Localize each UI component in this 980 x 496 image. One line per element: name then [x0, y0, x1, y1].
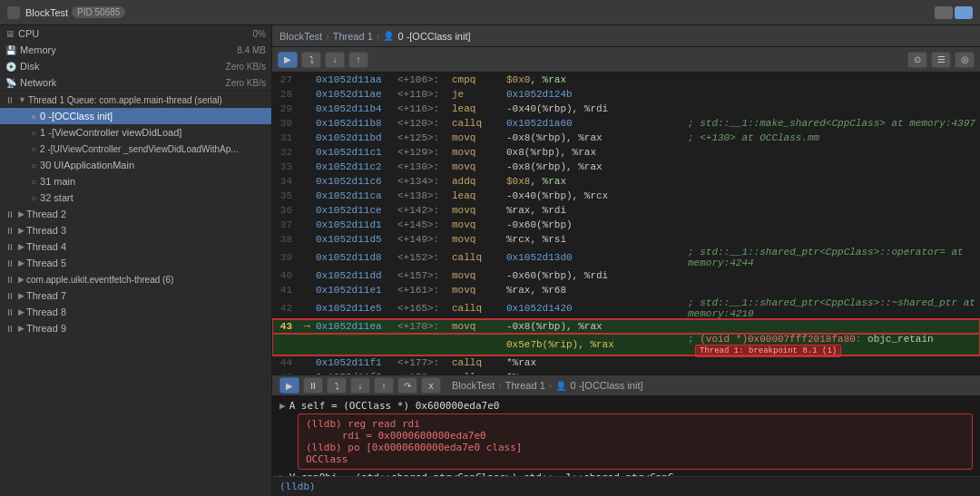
step-over-button[interactable]: ⤵ [301, 52, 321, 68]
disk-row[interactable]: 💿 Disk Zero KB/s [0, 58, 271, 74]
code-row-36[interactable]: 36 0x1052d11ce <+142>: movq %rax, %rdi [272, 203, 980, 218]
lldb-input[interactable] [319, 481, 973, 492]
thread-2-row[interactable]: ⏸ ▶ Thread 2 [0, 206, 271, 222]
main-layout: 🖥 CPU 0% 💾 Memory 8.4 MB 💿 Disk Zero KB/… [0, 25, 980, 496]
dbg-step-in-btn[interactable]: ↓ [350, 377, 370, 394]
frame-0-row[interactable]: ● 0 -[OCClass init] [0, 108, 271, 124]
code-row-43b[interactable]: 0x5e7b(%rip), %rax ; (void *)0x00007fff2… [272, 334, 980, 355]
code-row-41[interactable]: 41 0x1052d11e1 <+161>: movq %rax, %r68 [272, 283, 980, 297]
code-row-38[interactable]: 38 0x1052d11d5 <+149>: movq %rcx, %rsi [272, 232, 980, 247]
code-row-39[interactable]: 39 0x1052d11d8 <+152>: callq 0x1052d13d0… [272, 247, 980, 268]
lldb-row-self: ▶ A self = (OCClass *) 0x600000eda7e0 [279, 400, 973, 412]
thread-4-row[interactable]: ⏸ ▶ Thread 4 [0, 238, 271, 255]
memory-icon: 💾 [5, 45, 16, 55]
filter-button[interactable]: ☰ [931, 52, 951, 68]
thread-9-row[interactable]: ⏸ ▶ Thread 9 [0, 320, 271, 336]
network-row[interactable]: 📡 Network Zero KB/s [0, 74, 271, 91]
thread-8-row[interactable]: ⏸ ▶ Thread 8 [0, 304, 271, 320]
dbg-step-out-btn[interactable]: ↑ [374, 377, 394, 394]
toggle-btn-right[interactable] [955, 6, 973, 19]
code-row-42[interactable]: 42 0x1052d11e5 <+165>: callq 0x1052d1420… [272, 297, 980, 319]
code-row-34[interactable]: 34 0x1052d11c6 <+134>: addq $0x8, %rax [272, 174, 980, 189]
code-row-29[interactable]: 29 0x1052d11b4 <+116>: leaq -0x40(%rbp),… [272, 102, 980, 116]
step-into-button[interactable]: ↓ [325, 52, 345, 68]
disk-icon: 💿 [5, 62, 16, 72]
code-view[interactable]: 27 0x1052d11aa <+106>: cmpq $0x0, %rax 2… [272, 73, 980, 374]
app-title: BlockTest PID 50685 [25, 6, 125, 18]
thread-6-row[interactable]: ⏸ ▶ com.apple.uikit.eventfetch-thread (6… [0, 271, 271, 287]
breadcrumb-thread: Thread 1 [333, 31, 373, 42]
dbg-vars-btn[interactable]: x [421, 377, 441, 394]
top-bar: BlockTest PID 50685 [0, 0, 980, 25]
lldb-input-row[interactable]: (lldb) [272, 476, 980, 496]
code-row-37[interactable]: 37 0x1052d11d1 <+145>: movq -0x60(%rbp) [272, 218, 980, 232]
dbg-breadcrumb: BlockTest › Thread 1 › 👤 0 -[OCClass ini… [452, 380, 643, 391]
thread-list: ⏸ ▼ Thread 1 Queue: com.apple.main-threa… [0, 92, 271, 496]
thread-5-row[interactable]: ⏸ ▶ Thread 5 [0, 255, 271, 271]
step-out-button[interactable]: ↑ [348, 52, 368, 68]
frame-1-row[interactable]: ○ 1 -[ViewController viewDidLoad] [0, 124, 271, 141]
code-area: BlockTest › Thread 1 › 👤 0 -[OCClass ini… [272, 25, 980, 496]
dbg-bc-thread: Thread 1 [505, 380, 545, 391]
pid-badge: PID 50685 [72, 6, 125, 18]
pause2-icon: ⏸ [5, 209, 15, 219]
frame-31-row[interactable]: ○ 31 main [0, 173, 271, 190]
dbg-step-over-btn[interactable]: ⤵ [327, 377, 347, 394]
memory-row[interactable]: 💾 Memory 8.4 MB [0, 42, 271, 58]
cpu-icon: 🖥 [5, 29, 15, 39]
frame-2-row[interactable]: ○ 2 -[UIViewController _sendViewDidLoadW… [0, 141, 271, 157]
dbg-bc-app: BlockTest [452, 380, 495, 391]
lldb-input-prompt: (lldb) [279, 481, 316, 492]
pause-icon: ⏸ [5, 95, 15, 105]
lldb-area: ▶ A self = (OCClass *) 0x600000eda7e0 (l… [272, 396, 980, 496]
view-toggles [935, 6, 973, 19]
code-row-30[interactable]: 30 0x1052d11b8 <+120>: callq 0x1052d1a60… [272, 116, 980, 131]
dbg-continue-btn[interactable]: ▶ [279, 377, 299, 394]
dbg-bc-frame: 0 -[OCClass init] [570, 380, 642, 391]
code-row-27[interactable]: 27 0x1052d11aa <+106>: cmpq $0x0, %rax [272, 73, 980, 87]
debugger-bar: ▶ ⏸ ⤵ ↓ ↑ ↷ x BlockTest › Thread 1 › 👤 0… [272, 374, 980, 396]
person2-icon: 👤 [555, 381, 566, 391]
location-button[interactable]: ◎ [955, 52, 975, 68]
lldb-output: ▶ A self = (OCClass *) 0x600000eda7e0 (l… [272, 396, 980, 476]
code-row-35[interactable]: 35 0x1052d11ca <+138>: leaq -0x40(%rbp),… [272, 189, 980, 203]
frame-32-row[interactable]: ○ 32 start [0, 190, 271, 206]
disassembly-table: 27 0x1052d11aa <+106>: cmpq $0x0, %rax 2… [272, 73, 980, 374]
toggle-btn-left[interactable] [935, 6, 953, 19]
breadcrumb-frame: 0 -[OCClass init] [397, 31, 470, 42]
breadcrumb-app: BlockTest [279, 31, 322, 42]
code-row-43[interactable]: 43 → 0x1052d11ea <+170>: movq -0x8(%rbp)… [272, 319, 980, 334]
code-row-28[interactable]: 28 0x1052d11ae <+110>: je 0x1052d124b [272, 87, 980, 102]
network-icon: 📡 [5, 78, 16, 88]
system-stats: 🖥 CPU 0% 💾 Memory 8.4 MB 💿 Disk Zero KB/… [0, 25, 271, 92]
thread-1-row[interactable]: ⏸ ▼ Thread 1 Queue: com.apple.main-threa… [0, 92, 271, 108]
lldb-result-box: (lldb) reg read rdi rdi = 0x0000600000ed… [298, 413, 973, 470]
dbg-stepaddr-btn[interactable]: ↷ [397, 377, 417, 394]
thread-3-row[interactable]: ⏸ ▶ Thread 3 [0, 222, 271, 238]
code-row-44[interactable]: 44 0x1052d11f1 <+177>: callq *%rax [272, 355, 980, 370]
frame-30-row[interactable]: ○ 30 UIApplicationMain [0, 157, 271, 173]
debug-controls: ▶ ⏸ ⤵ ↓ ↑ ↷ x [279, 377, 441, 394]
sidebar: 🖥 CPU 0% 💾 Memory 8.4 MB 💿 Disk Zero KB/… [0, 25, 272, 496]
cpu-row[interactable]: 🖥 CPU 0% [0, 25, 271, 42]
continue-button[interactable]: ▶ [278, 52, 298, 68]
code-row-40[interactable]: 40 0x1052d11dd <+157>: movq -0x60(%rbp),… [272, 268, 980, 283]
app-icon [7, 6, 20, 19]
code-row-32[interactable]: 32 0x1052d11c1 <+129>: movq 0x8(%rbp), %… [272, 145, 980, 160]
breadcrumb-bar: BlockTest › Thread 1 › 👤 0 -[OCClass ini… [272, 25, 980, 47]
code-row-31[interactable]: 31 0x1052d11bd <+125>: movq -0x8(%rbp), … [272, 131, 980, 145]
thread-7-row[interactable]: ⏸ ▶ Thread 7 [0, 287, 271, 304]
person-icon: 👤 [383, 31, 394, 41]
dbg-pause-btn[interactable]: ⏸ [303, 377, 323, 394]
breakpoint-badge: Thread 1: breakpoint 8.1 (1) [695, 345, 841, 357]
scope-button[interactable]: ⊙ [907, 52, 927, 68]
code-row-33[interactable]: 33 0x1052d11c2 <+130>: movq -0x8(%rbp), … [272, 160, 980, 174]
code-toolbar: ▶ ⤵ ↓ ↑ ⊙ ☰ ◎ [272, 47, 980, 73]
